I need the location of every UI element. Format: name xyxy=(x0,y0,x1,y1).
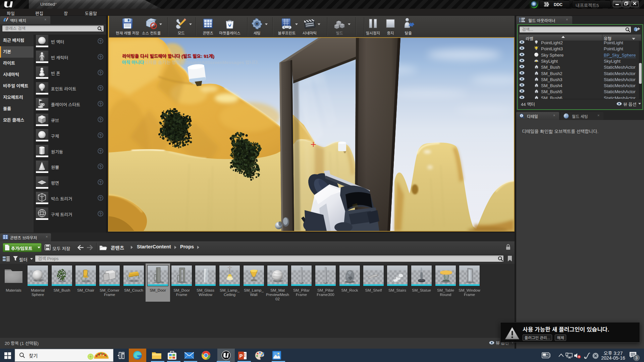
svg-text:P: P xyxy=(239,353,243,359)
svg-text:라이팅을 다시 빌드해야 합니다 (빌드 필요: 91개): 라이팅을 다시 빌드해야 합니다 (빌드 필요: 91개) xyxy=(122,54,214,59)
svg-text:아직 아니다시지를 숨기는 명령은 DisableAllSc: 아직 아니다시지를 숨기는 명령은 DisableAllScreenMessag… xyxy=(122,60,259,65)
